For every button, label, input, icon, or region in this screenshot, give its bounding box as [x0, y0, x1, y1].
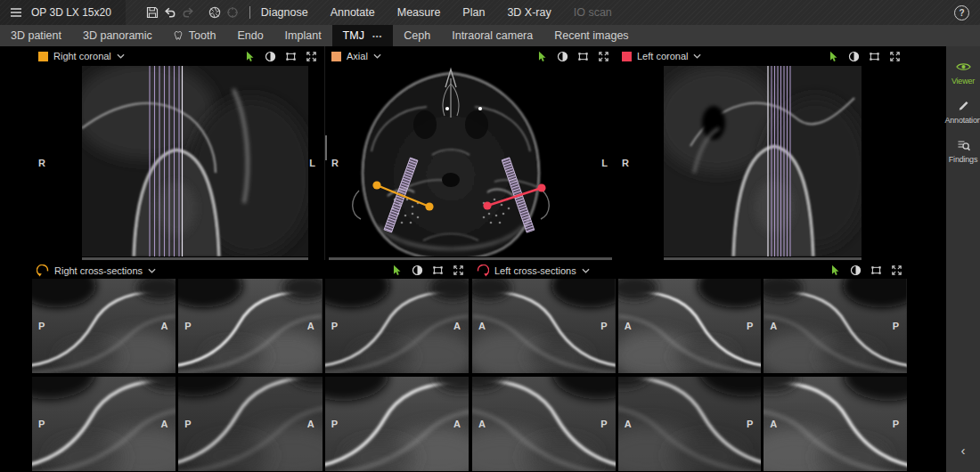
viewport-header: Left coronal [616, 46, 907, 66]
tab-3d-patient[interactable]: 3D patient [0, 25, 72, 46]
contrast-icon[interactable] [557, 51, 568, 62]
orientation-label-anterior: A [625, 321, 632, 331]
orientation-label-anterior: A [160, 321, 167, 331]
chevron-down-icon[interactable] [373, 53, 381, 59]
tab-tmj[interactable]: TMJ••• [332, 25, 394, 46]
undo-button[interactable] [163, 5, 178, 20]
cursor-tool-icon[interactable] [244, 51, 256, 62]
cross-section-tile[interactable]: A P [472, 377, 616, 471]
menu-item-plan[interactable]: Plan [462, 6, 485, 19]
cursor-tool-icon[interactable] [828, 51, 839, 62]
fullscreen-icon[interactable] [891, 264, 902, 276]
orientation-label-anterior: A [453, 419, 461, 429]
chevron-down-icon[interactable] [148, 268, 156, 273]
view-selector-label[interactable]: Left cross-sections [494, 265, 576, 276]
region-select-icon[interactable] [285, 51, 297, 62]
cross-section-tile[interactable]: A P [764, 279, 907, 373]
view-selector-label[interactable]: Right cross-sections [54, 265, 143, 276]
cross-section-tile[interactable]: A P [618, 279, 762, 373]
tab-label: Tooth [189, 29, 216, 42]
region-select-icon[interactable] [577, 51, 589, 62]
target-button[interactable] [225, 5, 241, 20]
vertical-slice-scrollbar[interactable] [325, 135, 327, 160]
contrast-icon[interactable] [412, 264, 423, 276]
aperture-button[interactable] [208, 5, 223, 20]
menu-item-measure[interactable]: Measure [397, 6, 441, 19]
quick-actions [145, 5, 241, 20]
contrast-icon[interactable] [848, 51, 860, 62]
sidebar-item-viewer[interactable]: Viewer [946, 61, 980, 85]
view-selector-label[interactable]: Right coronal [53, 51, 111, 61]
cross-section-tile[interactable]: P A [32, 279, 176, 373]
menu-item-diagnose[interactable]: Diagnose [261, 6, 308, 19]
contrast-icon[interactable] [850, 264, 862, 276]
orientation-label-right: R [331, 158, 339, 168]
left-coronal-ct-image[interactable] [664, 66, 862, 256]
menu-item-io-scan[interactable]: IO scan [574, 6, 612, 19]
orientation-label-anterior: A [478, 419, 486, 429]
tab-ceph[interactable]: Ceph [393, 25, 441, 46]
viewport-canvas[interactable]: R L [32, 66, 323, 260]
tab-intraoral-camera[interactable]: Intraoral camera [441, 25, 543, 46]
slice-scrollbar[interactable] [664, 257, 862, 260]
sidebar-item-findings[interactable]: Findings [946, 139, 980, 164]
tooth-icon [174, 30, 184, 41]
orientation-label-anterior: A [453, 321, 461, 331]
undo-icon [164, 6, 176, 19]
tab-label: Recent images [554, 29, 628, 42]
redo-button[interactable] [181, 5, 196, 20]
menu-item-3d-xray[interactable]: 3D X-ray [507, 6, 551, 19]
cross-section-tile[interactable]: A P [618, 377, 762, 471]
tab-more-options[interactable]: ••• [372, 32, 382, 40]
sidebar-item-annotation[interactable]: Annotation [946, 100, 980, 125]
cross-section-tile[interactable]: P A [32, 377, 176, 471]
save-button[interactable] [145, 5, 160, 20]
tab-3d-panoramic[interactable]: 3D panoramic [72, 25, 163, 46]
cross-section-tile[interactable]: A P [472, 279, 616, 373]
tab-recent-images[interactable]: Recent images [543, 25, 639, 46]
cross-section-tile[interactable]: P A [178, 279, 322, 373]
right-coronal-ct-image[interactable] [82, 66, 308, 256]
chevron-down-icon[interactable] [693, 53, 701, 59]
chevron-down-icon[interactable] [582, 268, 590, 273]
cross-section-tile[interactable]: P A [178, 377, 322, 471]
region-select-icon[interactable] [869, 51, 880, 62]
panel-left-cross-sections: Left cross-sections A P A P A [472, 262, 907, 472]
cross-section-image [764, 377, 907, 471]
region-select-icon[interactable] [870, 264, 882, 276]
cross-section-tile[interactable]: P A [325, 279, 469, 373]
toolbar-separator [249, 6, 250, 19]
tab-implant[interactable]: Implant [274, 25, 332, 46]
slice-scrollbar[interactable] [329, 257, 612, 260]
chevron-down-icon[interactable] [117, 53, 125, 59]
region-select-icon[interactable] [432, 264, 444, 276]
tab-tooth[interactable]: Tooth [163, 25, 227, 46]
view-selector-label[interactable]: Axial [347, 51, 368, 61]
cursor-tool-icon[interactable] [829, 264, 841, 276]
chevron-left-icon: ‹ [961, 443, 966, 458]
hamburger-menu-button[interactable] [8, 5, 23, 20]
slice-scrollbar[interactable] [82, 257, 308, 260]
help-button[interactable]: ? [954, 5, 969, 20]
collapse-panel-button[interactable]: ‹ [946, 443, 980, 458]
fullscreen-icon[interactable] [453, 264, 464, 276]
fullscreen-icon[interactable] [889, 51, 901, 62]
viewport-canvas[interactable]: R [616, 66, 907, 260]
tab-label: TMJ [343, 29, 364, 42]
cross-section-tile[interactable]: A P [764, 377, 907, 471]
cross-section-tile[interactable]: P A [325, 377, 469, 471]
cursor-tool-icon[interactable] [391, 264, 403, 276]
redo-icon [182, 6, 194, 19]
fullscreen-icon[interactable] [598, 51, 609, 62]
view-selector-label[interactable]: Left coronal [637, 51, 688, 61]
orientation-label-posterior: P [600, 419, 607, 429]
right-toolbar: Viewer Annotation Findings ‹ [946, 46, 980, 472]
viewport-canvas[interactable]: R L [325, 66, 616, 260]
axial-ct-image[interactable] [325, 66, 616, 256]
contrast-icon[interactable] [265, 51, 276, 62]
menu-item-annotate[interactable]: Annotate [331, 6, 375, 19]
orientation-label-posterior: P [331, 419, 338, 429]
fullscreen-icon[interactable] [306, 51, 317, 62]
tab-endo[interactable]: Endo [226, 25, 274, 46]
cursor-tool-icon[interactable] [536, 51, 548, 62]
